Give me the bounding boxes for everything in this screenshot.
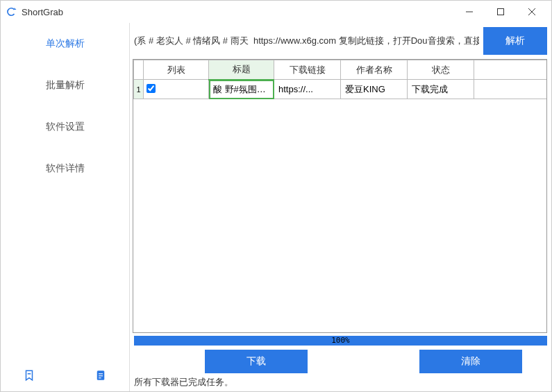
close-button[interactable] xyxy=(516,1,547,22)
sidebar-item-label: 批量解析 xyxy=(46,79,85,92)
header-list[interactable]: 列表 xyxy=(144,60,209,80)
document-icon[interactable] xyxy=(93,368,108,383)
cell-author: 爱豆KING xyxy=(341,80,408,99)
results-table: 列表 标题 下载链接 作者名称 状态 1 酸 野#氛围感 ... xyxy=(133,60,546,99)
sidebar-item-label: 单次解析 xyxy=(46,37,85,50)
table-row[interactable]: 1 酸 野#氛围感 ... https://... 爱豆KING 下载完成 xyxy=(134,80,547,99)
row-checkbox[interactable] xyxy=(147,84,156,93)
table-header-row: 列表 标题 下载链接 作者名称 状态 xyxy=(134,60,547,80)
bookmark-icon[interactable] xyxy=(22,368,37,383)
titlebar: ShortGrab xyxy=(1,1,551,23)
maximize-button[interactable] xyxy=(485,1,516,22)
cell-link[interactable]: https://... xyxy=(274,80,341,99)
header-spacer xyxy=(474,60,547,80)
header-author[interactable]: 作者名称 xyxy=(341,60,408,80)
window-controls xyxy=(453,1,547,22)
cell-status: 下载完成 xyxy=(408,80,474,99)
cell-rownum: 1 xyxy=(134,80,144,99)
status-bar: 所有下载器已完成任务。 xyxy=(130,375,551,391)
sidebar-item-batch-parse[interactable]: 批量解析 xyxy=(1,65,129,106)
sidebar-item-settings[interactable]: 软件设置 xyxy=(1,106,129,148)
app-logo-icon xyxy=(5,6,17,18)
url-input[interactable] xyxy=(130,28,483,54)
results-table-wrap: 列表 标题 下载链接 作者名称 状态 1 酸 野#氛围感 ... xyxy=(133,59,547,333)
app-title: ShortGrab xyxy=(22,7,63,17)
app-window: ShortGrab 单次解析 批量解析 软件设置 软件详情 xyxy=(0,0,552,392)
sidebar-item-label: 软件设置 xyxy=(46,121,85,133)
body: 单次解析 批量解析 软件设置 软件详情 解析 xyxy=(1,23,551,391)
topbar: 解析 xyxy=(130,23,551,59)
main-panel: 解析 列表 标题 下载链接 作者名称 状态 xyxy=(130,23,551,391)
cell-title[interactable]: 酸 野#氛围感 ... xyxy=(209,80,274,99)
minimize-button[interactable] xyxy=(453,1,485,22)
progress-bar: 100% xyxy=(134,336,547,346)
cell-spacer xyxy=(474,80,547,99)
header-title[interactable]: 标题 xyxy=(209,60,274,80)
parse-button[interactable]: 解析 xyxy=(483,27,547,55)
action-row: 下载 清除 xyxy=(130,346,551,375)
sidebar-footer xyxy=(1,362,129,391)
header-link[interactable]: 下载链接 xyxy=(274,60,341,80)
sidebar-item-single-parse[interactable]: 单次解析 xyxy=(1,23,129,65)
svg-rect-1 xyxy=(497,9,503,15)
sidebar-item-label: 软件详情 xyxy=(46,162,85,175)
cell-checkbox[interactable] xyxy=(144,80,209,99)
clear-button[interactable]: 清除 xyxy=(419,350,522,373)
progress-area: 100% xyxy=(134,336,547,346)
sidebar-item-about[interactable]: 软件详情 xyxy=(1,148,129,189)
sidebar: 单次解析 批量解析 软件设置 软件详情 xyxy=(1,23,130,391)
header-status[interactable]: 状态 xyxy=(408,60,474,80)
download-button[interactable]: 下载 xyxy=(205,350,308,373)
header-index[interactable] xyxy=(134,60,144,80)
svg-rect-5 xyxy=(97,370,105,380)
